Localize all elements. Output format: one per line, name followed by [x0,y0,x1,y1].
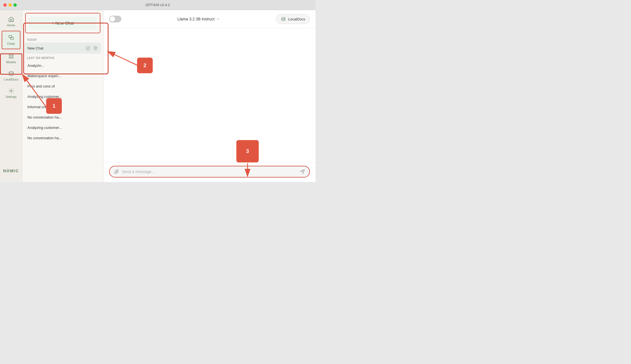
svg-point-6 [9,72,13,73]
model-selector[interactable]: Llama 3.2 3B Instruct [126,17,272,21]
close-button[interactable] [3,3,7,7]
window-title: GPT4All v3.4.2 [145,3,170,7]
chat-list-panel: + New Chat TODAY New Chat [22,10,103,182]
localdocs-icon [8,70,14,77]
message-input-wrapper [109,166,310,178]
chat-item-title: Informal credential... [27,105,98,109]
chat-item-title: Analyzin... [27,63,98,68]
local-docs-label: LocalDocs [288,17,305,21]
settings-icon [8,88,14,94]
chat-header: Llama 3.2 3B Instruct LocalDocs [103,10,316,28]
new-chat-button[interactable]: + New Chat [29,17,96,29]
models-icon [8,53,14,59]
edit-chat-button[interactable] [85,45,91,51]
sidebar-item-settings[interactable]: Settings [0,84,22,102]
send-icon [300,169,305,174]
window-controls [3,3,17,7]
paperclip-icon [114,169,119,174]
main-chat: Llama 3.2 3B Instruct LocalDocs [103,10,316,182]
list-item[interactable]: Analyzing customer... [25,123,101,133]
list-item[interactable]: Makerspace experi... [25,71,101,81]
delete-chat-button[interactable] [93,45,98,51]
list-item[interactable]: No conversation ha... [25,112,101,122]
chat-item-title: New Chat [27,46,85,50]
nomic-logo: NOMIC [3,169,19,173]
chat-item-title: No conversation ha... [27,136,98,140]
chat-body [103,28,316,162]
today-label: TODAY [25,36,101,42]
new-chat-wrapper: + New Chat [25,13,100,33]
chat-list-scroll[interactable]: TODAY New Chat [22,36,103,182]
chevron-down-icon [216,17,220,21]
toggle-knob [110,16,115,22]
svg-rect-4 [9,57,11,58]
sidebar-item-home[interactable]: Home [0,13,22,30]
sidebar-item-settings-label: Settings [6,95,17,98]
list-item[interactable]: Analyzing customer... [25,92,101,101]
chat-item-actions [85,45,98,51]
list-item[interactable]: New Chat [25,42,101,54]
maximize-button[interactable] [13,3,17,7]
chat-item-title: No conversation ha... [27,115,98,119]
sidebar-item-localdocs-label: LocalDocs [4,78,18,81]
svg-rect-3 [11,54,13,56]
svg-rect-2 [9,54,11,56]
svg-point-8 [282,17,285,19]
sidebar-item-home-label: Home [7,23,15,27]
sidebar: Home Chats Models [0,10,22,182]
title-bar: GPT4All v3.4.2 [0,0,316,10]
trash-icon [93,46,98,50]
toggle-switch[interactable] [109,16,121,22]
list-item[interactable]: Pros and cons of [25,81,101,91]
edit-icon [86,46,90,50]
list-item[interactable]: Analyzin... [25,61,101,70]
sidebar-item-localdocs[interactable]: LocalDocs [0,67,22,84]
chat-input-area [103,162,316,182]
sidebar-item-models[interactable]: Models [0,50,22,67]
chat-item-title: Makerspace experi... [27,74,98,78]
list-item[interactable]: No conversation ha... [25,133,101,143]
sidebar-item-chats[interactable]: Chats [2,31,20,49]
chats-icon [8,35,14,41]
chat-item-title: Pros and cons of [27,84,98,88]
send-button[interactable] [300,169,305,174]
database-icon [281,16,286,22]
model-name: Llama 3.2 3B Instruct [178,17,215,21]
app-container: Home Chats Models [0,10,316,182]
svg-rect-5 [11,57,13,58]
local-docs-button[interactable]: LocalDocs [276,14,310,24]
sidebar-item-models-label: Models [6,60,16,64]
home-icon [8,16,14,22]
attach-button[interactable] [114,169,119,174]
recent-label: LAST SIX MONTHS [25,54,101,61]
chat-item-title: Analyzing customer... [27,126,98,130]
sidebar-item-chats-label: Chats [7,42,15,45]
list-item[interactable]: Informal credential... [25,102,101,112]
message-input[interactable] [122,169,297,174]
svg-point-7 [10,90,12,92]
minimize-button[interactable] [8,3,12,7]
chat-item-title: Analyzing customer... [27,94,98,99]
